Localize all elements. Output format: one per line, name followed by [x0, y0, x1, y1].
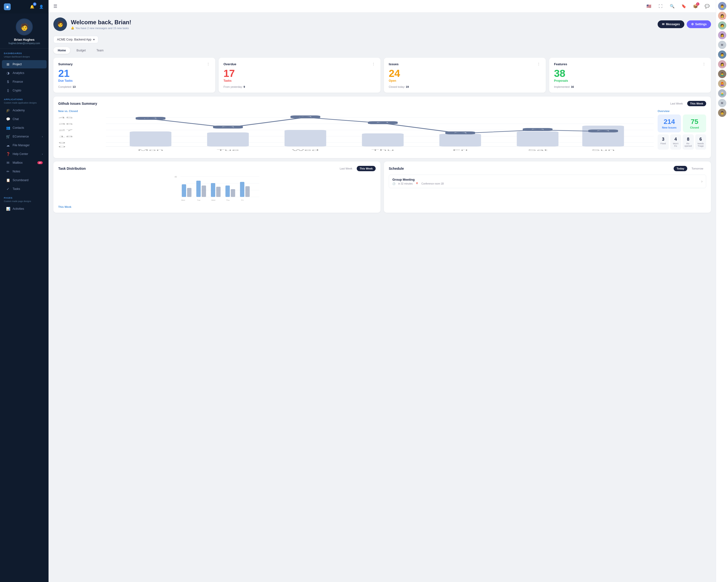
features-card-number: 38	[554, 68, 706, 79]
activities-icon: 📊	[6, 207, 10, 211]
overdue-card-menu-icon[interactable]: ⋮	[372, 62, 375, 66]
right-sidebar-avatar-9[interactable]: 👨‍🦳	[718, 89, 726, 98]
right-sidebar-avatar-10[interactable]: 👨	[718, 109, 726, 117]
sidebar-item-label: ECommerce	[12, 135, 29, 138]
tab-budget[interactable]: Budget	[72, 47, 90, 54]
sidebar-top: ◆ 🔔 3 👤	[0, 0, 49, 13]
svg-text:Wed: Wed	[211, 199, 215, 201]
schedule-item-chevron-icon[interactable]: ›	[701, 179, 703, 184]
issues-card-menu-icon[interactable]: ⋮	[537, 62, 541, 66]
sidebar-item-crypto[interactable]: ₿ Crypto	[2, 86, 47, 94]
chat-icon: 💬	[6, 117, 10, 121]
sidebar-item-scrumboard[interactable]: 📋 Scrumboard	[2, 176, 47, 184]
new-issues-label: New Issues	[661, 126, 678, 129]
tasks-icon: ✓	[6, 187, 10, 191]
issues-card-footer: Closed today: 19	[389, 85, 541, 88]
task-last-week-button[interactable]: Last Week	[337, 166, 355, 171]
right-sidebar-avatar-7[interactable]: 👨‍🦱	[718, 70, 726, 78]
features-card-menu-icon[interactable]: ⋮	[702, 62, 706, 66]
sidebar-item-mailbox[interactable]: ✉ Mailbox 27	[2, 159, 47, 167]
pages-section-sub: Custom made page designs	[0, 200, 49, 204]
right-sidebar-avatar-m2[interactable]: M	[718, 99, 726, 107]
right-sidebar-avatar-5[interactable]: 👨	[718, 51, 726, 59]
svg-text:Tue: Tue	[217, 149, 239, 151]
sidebar-item-academy[interactable]: 🎓 Academy	[2, 106, 47, 114]
task-this-week-button[interactable]: This Week	[357, 166, 375, 171]
svg-rect-55	[202, 186, 206, 197]
summary-card-menu-icon[interactable]: ⋮	[207, 62, 210, 66]
overview-label: Overview	[658, 110, 706, 113]
sidebar-item-tasks[interactable]: ✓ Tasks	[2, 185, 47, 193]
tab-home[interactable]: Home	[53, 47, 70, 54]
messages-icon[interactable]: 💬	[703, 2, 711, 10]
schedule-tomorrow-button[interactable]: Tomorrow	[689, 166, 706, 171]
features-card-title: Features	[554, 62, 567, 66]
svg-rect-52	[182, 184, 186, 197]
location-icon: 📍	[415, 182, 418, 185]
svg-text:Fri: Fri	[452, 149, 468, 151]
features-card: Features ⋮ 38 Proposals Implemented: 16	[549, 58, 711, 93]
bookmark-icon[interactable]: 🔖	[680, 2, 688, 10]
sidebar-item-filemanager[interactable]: ☁ File Manager	[2, 141, 47, 149]
chart-subtitle: New vs. Closed	[58, 110, 654, 113]
github-this-week-button[interactable]: This Week	[687, 101, 706, 106]
sidebar-item-contacts[interactable]: 👥 Contacts	[2, 124, 47, 132]
svg-rect-14	[285, 130, 327, 146]
right-sidebar-avatar-6[interactable]: 👩	[718, 60, 726, 68]
svg-text:18: 18	[58, 135, 73, 138]
summary-card-label: Due Tasks	[58, 79, 210, 82]
github-issues-panel: Github Issues Summary Last Week This Wee…	[53, 96, 711, 158]
sidebar-item-chat[interactable]: 💬 Chat	[2, 115, 47, 123]
svg-rect-57	[216, 187, 220, 197]
mailbox-icon: ✉	[6, 161, 10, 165]
dashboards-section-sub: Unique dashboard designs	[0, 56, 49, 60]
overdue-card-footer: From yesterday: 9	[224, 85, 375, 88]
svg-rect-13	[207, 132, 249, 146]
sidebar-item-label: Contacts	[12, 126, 24, 130]
sidebar-item-label: File Manager	[12, 144, 30, 147]
sidebar-item-ecommerce[interactable]: 🛒 ECommerce ›	[2, 132, 47, 141]
tab-team[interactable]: Team	[92, 47, 108, 54]
sidebar-item-label: Crypto	[12, 89, 21, 92]
fullscreen-icon[interactable]: ⛶	[657, 2, 665, 10]
sidebar-item-project[interactable]: ⊞ Project	[2, 60, 47, 68]
app-logo[interactable]: ◆	[4, 3, 11, 10]
svg-rect-60	[240, 182, 244, 197]
crypto-icon: ₿	[6, 88, 10, 92]
summary-card-title: Summary	[58, 62, 73, 66]
sidebar-item-helpcenter[interactable]: ❓ Help Center ›	[2, 150, 47, 158]
github-last-week-button[interactable]: Last Week	[667, 101, 686, 106]
right-sidebar-avatar-m1[interactable]: M	[718, 41, 726, 49]
main-content: 🧑 Welcome back, Brian! 🔔 You have 2 new …	[49, 12, 716, 582]
project-selector-chevron-icon: ▾	[93, 38, 95, 41]
svg-text:40: 40	[175, 175, 177, 178]
svg-rect-17	[517, 132, 558, 146]
sidebar-item-analytics[interactable]: ◑ Analytics	[2, 69, 47, 77]
right-sidebar-avatar-4[interactable]: 👩	[718, 31, 726, 39]
user-profile-icon[interactable]: 👤	[38, 3, 45, 10]
schedule-today-button[interactable]: Today	[674, 166, 687, 171]
flag-icon[interactable]: 🇺🇸	[645, 2, 653, 10]
svg-text:Wed: Wed	[292, 149, 319, 151]
right-sidebar-avatar-8[interactable]: 👩‍🦰	[718, 80, 726, 88]
sidebar: ◆ 🔔 3 👤 🧑 Brian Hughes hughes.brian@comp…	[0, 0, 49, 582]
sidebar-item-label: Project	[12, 62, 22, 66]
github-issues-title: Github Issues Summary	[58, 102, 97, 106]
notifications-icon[interactable]: 🔔 3	[29, 3, 35, 10]
sidebar-item-activities[interactable]: 📊 Activities	[2, 205, 47, 213]
summary-card-footer: Completed: 13	[58, 85, 210, 88]
settings-button[interactable]: ⚙ Settings	[687, 20, 711, 28]
right-sidebar-avatar-2[interactable]: 👩	[718, 11, 726, 20]
svg-point-33	[145, 118, 157, 120]
right-sidebar-avatar-1[interactable]: 👨	[718, 2, 726, 10]
search-icon[interactable]: 🔍	[668, 2, 676, 10]
hamburger-menu-icon[interactable]: ☰	[53, 4, 57, 9]
sidebar-item-finance[interactable]: $ Finance	[2, 78, 47, 86]
right-sidebar-avatar-3[interactable]: 🧑	[718, 21, 726, 30]
messages-button[interactable]: ✉ Messages	[658, 20, 684, 28]
project-selector[interactable]: ACME Corp. Backend App ▾	[53, 36, 98, 43]
sidebar-item-notes[interactable]: ✏ Notes	[2, 167, 47, 175]
inbox-icon[interactable]: 📦 5	[692, 2, 699, 10]
github-week-buttons: Last Week This Week	[667, 101, 706, 106]
reopened-label: Re-opened	[684, 142, 692, 147]
